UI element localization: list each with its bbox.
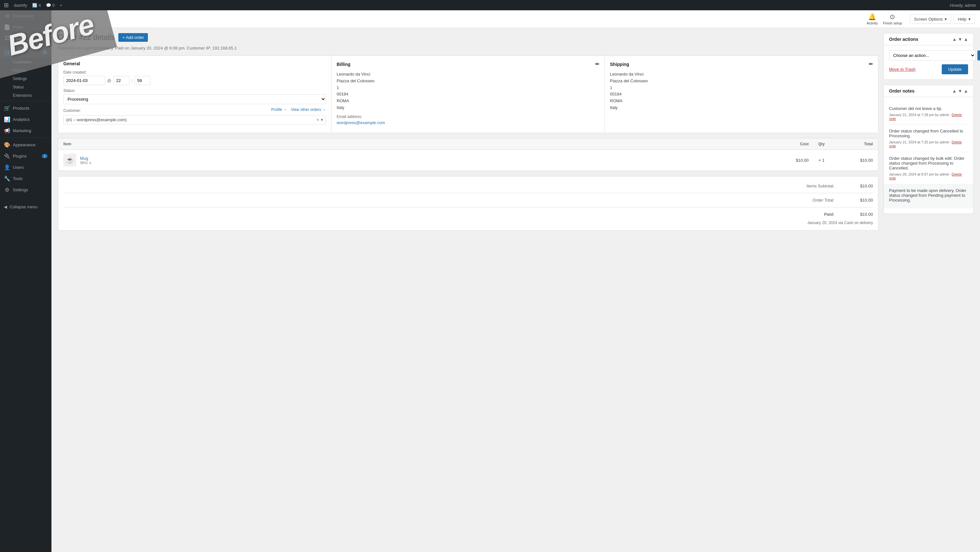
users2-icon: 👤 — [4, 164, 10, 170]
analytics-icon: 📊 — [4, 116, 10, 122]
shipping-address: Leonardo da Vinci Piazza del Colosseo 1 … — [610, 71, 873, 111]
sidebar-item-label: Extensions — [13, 93, 32, 98]
collapse-label: Collapse menu — [10, 204, 38, 209]
general-title: General — [63, 61, 326, 66]
sidebar-item-media[interactable]: 🖼 Media — [0, 33, 51, 44]
main-content-area: 🔔 Activity ⊙ Finish setup Screen Options… — [51, 10, 980, 552]
shipping-edit-icon[interactable]: ✏ — [869, 61, 873, 67]
media-icon: 🖼 — [4, 35, 10, 41]
order-actions-title: Order actions — [889, 37, 918, 42]
item-name[interactable]: Mug — [80, 156, 91, 161]
screen-options-button[interactable]: Screen Options ▾ — [910, 14, 951, 24]
minute-input[interactable] — [134, 76, 151, 85]
customer-select-input[interactable]: (#1 – wordpress@example.com) × ▾ — [63, 115, 326, 124]
close-box-icon[interactable]: ▲ — [964, 37, 968, 42]
updates-icon[interactable]: 🔄 4 — [32, 3, 41, 8]
item-thumbnail: ☕ — [63, 154, 76, 167]
sidebar-item-posts[interactable]: 📄 Posts — [0, 22, 51, 33]
notes-close-icon[interactable]: ▲ — [964, 88, 968, 94]
sidebar-item-status[interactable]: Status — [0, 83, 51, 91]
notes-collapse-up-icon[interactable]: ▲ — [952, 88, 956, 94]
hour-input[interactable] — [113, 76, 129, 85]
sidebar-item-label: Dashboard — [13, 13, 48, 18]
sidebar-item-extensions[interactable]: Extensions — [0, 91, 51, 100]
activity-button[interactable]: 🔔 Activity — [867, 13, 878, 25]
item-qty: × 1 — [809, 158, 834, 163]
screen-options-label: Screen Options — [914, 17, 943, 22]
move-to-trash-link[interactable]: Move to Trash — [889, 67, 915, 72]
sidebar-item-settings2[interactable]: ⚙ Settings — [0, 184, 51, 196]
new-item-icon[interactable]: + — [60, 3, 62, 8]
sidebar-item-label: Media — [13, 36, 48, 41]
actions-footer: Move to Trash Update — [889, 64, 968, 74]
activity-icon: 🔔 — [868, 13, 876, 21]
chevron-down-icon: ▾ — [945, 17, 947, 22]
sidebar-item-reports[interactable]: Reports — [0, 66, 51, 75]
sidebar-item-label: Analytics — [13, 117, 48, 122]
collapse-up-icon[interactable]: ▲ — [952, 37, 956, 42]
billing-edit-icon[interactable]: ✏ — [595, 61, 599, 67]
note-item-2: Order status changed from Cancelled to P… — [889, 125, 968, 152]
paid-value: $10.00 — [847, 212, 873, 217]
status-select[interactable]: Processing — [63, 94, 326, 104]
plugins-icon: 🔌 — [4, 153, 10, 159]
mug-icon: ☕ — [66, 156, 74, 164]
sidebar-item-label: Tools — [13, 176, 48, 181]
item-total: $10.00 — [834, 158, 873, 163]
order-notes-title: Order notes — [889, 88, 915, 94]
email-label: Email address: — [337, 115, 599, 119]
collapse-down-icon[interactable]: ▼ — [958, 37, 963, 42]
at-sign: @ — [107, 78, 111, 83]
date-input[interactable] — [63, 76, 105, 85]
billing-email[interactable]: wordpress@example.com — [337, 120, 385, 125]
marketing-icon: 📢 — [4, 127, 10, 134]
date-row: Date created: @ : — [63, 70, 326, 85]
order-totals: Items Subtotal: $10.00 Order Total: $10.… — [58, 176, 878, 231]
add-order-button[interactable]: + Add order — [118, 33, 148, 42]
users-icon: 👥 — [4, 49, 10, 55]
note-text-2: Order status changed from Cancelled to P… — [889, 129, 968, 138]
items-table: Item Cost Qty Total ☕ Mug SKU: s — [58, 138, 878, 171]
sidebar-item-analytics[interactable]: 📊 Analytics — [0, 114, 51, 125]
sidebar-item-plugins[interactable]: 🔌 Plugins 1 — [0, 150, 51, 162]
item-sku: SKU: s — [80, 161, 91, 165]
comments-icon[interactable]: 💬 0 — [46, 3, 55, 8]
wp-logo-icon[interactable]: ⊞ — [4, 2, 9, 9]
note-text-3: Order status changed by bulk edit: Order… — [889, 156, 968, 170]
customer-links: Profile → View other orders → — [271, 107, 326, 112]
content-top-bar: 🔔 Activity ⊙ Finish setup Screen Options… — [51, 10, 980, 28]
sidebar-item-marketing[interactable]: 📢 Marketing — [0, 125, 51, 136]
sidebar-item-label: Users — [13, 50, 39, 55]
sidebar-item-users2[interactable]: 👤 Users — [0, 162, 51, 173]
site-name[interactable]: dashify — [14, 3, 27, 8]
order-actions-header: Order actions ▲ ▼ ▲ — [884, 33, 973, 45]
update-button[interactable]: Update — [942, 64, 968, 74]
billing-section: Billing ✏ Leonardo da Vinci Piazza del C… — [331, 56, 605, 133]
main-content: Order #22 details + Add order Payment vi… — [51, 28, 980, 241]
posts-icon: 📄 — [4, 24, 10, 30]
products-icon: 🛒 — [4, 105, 10, 111]
help-chevron-icon: ▾ — [969, 17, 970, 22]
sidebar-item-customers[interactable]: Customers — [0, 58, 51, 66]
help-button[interactable]: Help ▾ — [954, 14, 975, 24]
note-meta-2: January 21, 2024 at 7:25 pm by admin Del… — [889, 140, 968, 148]
dropdown-icon[interactable]: ▾ — [321, 117, 323, 122]
sidebar-item-users[interactable]: 👥 Users 3 — [0, 47, 51, 58]
sidebar-item-products[interactable]: 🛒 Products — [0, 103, 51, 114]
collapse-menu-button[interactable]: ◀ Collapse menu — [0, 202, 51, 212]
sidebar-item-tools[interactable]: 🔧 Tools — [0, 173, 51, 184]
notes-collapse-down-icon[interactable]: ▼ — [958, 88, 963, 94]
action-run-button[interactable]: ▶ — [977, 51, 980, 60]
view-orders-link[interactable]: View other orders → — [291, 107, 326, 112]
finish-setup-button[interactable]: ⊙ Finish setup — [883, 13, 902, 25]
sidebar-item-appearance[interactable]: 🎨 Appearance — [0, 139, 51, 150]
sidebar-item-dashboard[interactable]: ⊞ Dashboard — [0, 10, 51, 22]
finish-setup-label: Finish setup — [883, 21, 902, 25]
sidebar-item-label: Settings — [13, 188, 48, 192]
action-select[interactable]: Choose an action... Email invoice / orde… — [889, 51, 975, 60]
sidebar-item-label: Users — [13, 165, 48, 170]
customer-row: Customer: Profile → View other orders → … — [63, 107, 326, 124]
clear-icon[interactable]: × — [317, 117, 319, 122]
sidebar-item-settings[interactable]: Settings — [0, 75, 51, 83]
profile-link[interactable]: Profile → — [271, 107, 287, 112]
